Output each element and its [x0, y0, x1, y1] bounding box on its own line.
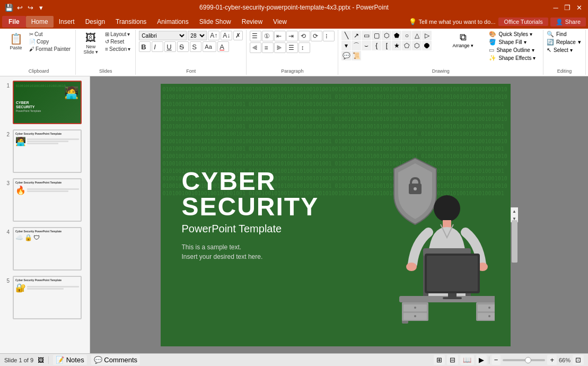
bold-button[interactable]: B	[139, 41, 151, 52]
scroll-thumb[interactable]	[512, 220, 517, 263]
shape-rtarrow[interactable]: ▷	[422, 31, 432, 40]
shape-cylinder[interactable]: ⬟	[392, 31, 401, 40]
undo-button[interactable]: ↩	[15, 3, 24, 12]
shape-rounded[interactable]: ▢	[372, 31, 381, 40]
shape-triangle[interactable]: △	[412, 31, 422, 40]
change-case-button[interactable]: Aa	[203, 41, 216, 52]
justify-button[interactable]: ☰	[286, 42, 298, 53]
underline-button[interactable]: U	[164, 41, 176, 52]
slide-image-1[interactable]: 01001001010010011010010010 CYBERSECURITY…	[13, 81, 82, 124]
font-family-select[interactable]: Calibri	[139, 31, 187, 40]
new-slide-button[interactable]: 🖼 NewSlide ▾	[79, 31, 102, 56]
copy-button[interactable]: 📄 Copy	[28, 38, 72, 45]
slide-thumb-1[interactable]: 1 01001001010010011010010010 CYBERSECURI…	[2, 81, 87, 124]
zoom-thumb[interactable]	[525, 357, 531, 363]
shape-curve[interactable]: ⌒	[352, 41, 361, 50]
font-color-button[interactable]: A	[217, 41, 229, 52]
fit-window-button[interactable]: ⊡	[573, 355, 584, 365]
save-button[interactable]: 💾	[4, 3, 14, 12]
shape-hexagon[interactable]: ⬡	[412, 41, 422, 50]
increase-indent-button[interactable]: ⇥	[286, 31, 298, 41]
close-button[interactable]: ✕	[574, 3, 584, 12]
font-size-select[interactable]: 28	[188, 31, 207, 40]
shape-rect[interactable]: ▭	[362, 31, 371, 40]
scroll-up-button[interactable]: ▲	[511, 207, 518, 215]
shape-callout[interactable]: 💬	[341, 51, 351, 60]
menu-transitions[interactable]: Transitions	[110, 16, 152, 28]
line-spacing-button[interactable]: ↕	[299, 42, 310, 53]
replace-button[interactable]: 🔄 Replace▾	[547, 39, 581, 46]
menu-design[interactable]: Design	[80, 16, 110, 28]
shape-freeform[interactable]: ⌣	[362, 41, 371, 50]
shape-outline-button[interactable]: ▭ Shape Outline ▾	[489, 47, 547, 54]
slide-thumb-2[interactable]: 2 Cyber Security PowerPoint Template 🧑‍💻	[2, 129, 87, 173]
slide-thumb-4[interactable]: 4 Cyber Security PowerPoint Template ☁️ …	[2, 227, 87, 271]
shape-brace[interactable]: {	[372, 41, 381, 50]
slide-image-2[interactable]: Cyber Security PowerPoint Template 🧑‍💻	[13, 129, 82, 173]
shape-effects-button[interactable]: ✨ Shape Effects ▾	[489, 55, 547, 62]
text-direction-button[interactable]: ⟲	[299, 31, 310, 41]
comments-button[interactable]: 💬 Comments	[91, 355, 140, 365]
restore-button[interactable]: ❐	[563, 3, 572, 12]
align-left-button[interactable]: ⫷	[250, 42, 261, 53]
text-shadow-button[interactable]: S	[190, 41, 201, 52]
menu-home[interactable]: Home	[26, 16, 54, 28]
share-button[interactable]: 👤 Share	[550, 18, 586, 27]
shape-circle[interactable]: ○	[402, 31, 411, 40]
align-center-button[interactable]: ≡	[262, 42, 274, 53]
slideshow-button[interactable]: ▶	[476, 355, 487, 365]
decrease-indent-button[interactable]: ⇤	[274, 31, 286, 41]
reset-button[interactable]: ↺ Reset	[103, 38, 132, 45]
menu-file[interactable]: File	[2, 16, 26, 28]
shape-star[interactable]: ★	[392, 41, 401, 50]
customize-qat-button[interactable]: ▾	[36, 3, 46, 12]
slide-image-5[interactable]: Cyber Security PowerPoint Template 🔐	[13, 276, 82, 319]
cut-button[interactable]: ✂ Cut	[28, 31, 72, 38]
slide-canvas[interactable]: 0100100101001001010010010100100101001001…	[161, 84, 511, 346]
shape-snip[interactable]: ⬡	[382, 31, 391, 40]
shape-octagon[interactable]: ⯃	[422, 41, 432, 50]
numbering-button[interactable]: ①	[262, 31, 274, 41]
bullets-button[interactable]: ☰	[250, 31, 261, 41]
align-right-button[interactable]: ⫸	[274, 42, 286, 53]
notes-button[interactable]: 📝 Notes	[53, 355, 87, 365]
shape-more[interactable]: ▾	[341, 41, 351, 50]
clear-format-button[interactable]: ✗	[233, 31, 243, 40]
convert-button[interactable]: ⟳	[311, 31, 322, 41]
menu-review[interactable]: Review	[236, 16, 268, 28]
select-button[interactable]: ↖ Select ▾	[547, 47, 573, 54]
slide-image-3[interactable]: Cyber Security PowerPoint Template 🔥	[13, 178, 82, 222]
shape-fill-button[interactable]: 🪣 Shape Fill ▾	[489, 39, 547, 46]
section-button[interactable]: ≡ Section▾	[103, 46, 132, 53]
quick-styles-button[interactable]: 🎨 Quick Styles ▾	[489, 31, 547, 38]
menu-animations[interactable]: Animations	[152, 16, 194, 28]
arrange-button[interactable]: ⧉ Arrange ▾	[439, 31, 487, 49]
redo-button[interactable]: ↪	[25, 3, 35, 12]
normal-view-button[interactable]: ⊞	[434, 355, 445, 365]
shape-line[interactable]: ╲	[341, 31, 351, 40]
tell-me-input[interactable]: 💡 Tell me what you want to do...	[406, 18, 499, 25]
columns-button[interactable]: ⫶	[323, 31, 335, 41]
slide-thumb-3[interactable]: 3 Cyber Security PowerPoint Template 🔥	[2, 178, 87, 222]
increase-font-button[interactable]: A↑	[208, 31, 220, 40]
slide-thumb-5[interactable]: 5 Cyber Security PowerPoint Template 🔐	[2, 276, 87, 319]
menu-insert[interactable]: Insert	[54, 16, 80, 28]
layout-button[interactable]: ⊞ Layout▾	[103, 31, 132, 38]
shape-arrow[interactable]: ↗	[352, 31, 361, 40]
italic-button[interactable]: I	[152, 41, 163, 52]
zoom-slider[interactable]	[503, 359, 545, 361]
strikethrough-button[interactable]: S	[177, 41, 189, 52]
minimize-button[interactable]: ─	[551, 3, 560, 12]
zoom-out-button[interactable]: −	[492, 355, 501, 365]
paste-button[interactable]: 📋 Paste	[5, 31, 27, 52]
shape-scroll[interactable]: 📜	[352, 51, 361, 60]
slide-image-4[interactable]: Cyber Security PowerPoint Template ☁️ 🔒 …	[13, 227, 82, 271]
office-tutorials-button[interactable]: Office Tutorials	[498, 18, 548, 26]
shape-pentagon[interactable]: ⬠	[402, 41, 411, 50]
zoom-in-button[interactable]: +	[547, 355, 557, 365]
find-button[interactable]: 🔍 Find	[547, 31, 566, 38]
decrease-font-button[interactable]: A↓	[221, 31, 232, 40]
format-painter-button[interactable]: 🖌 Format Painter	[28, 46, 72, 53]
shape-bracket[interactable]: [	[382, 41, 391, 50]
menu-view[interactable]: View	[268, 16, 292, 28]
